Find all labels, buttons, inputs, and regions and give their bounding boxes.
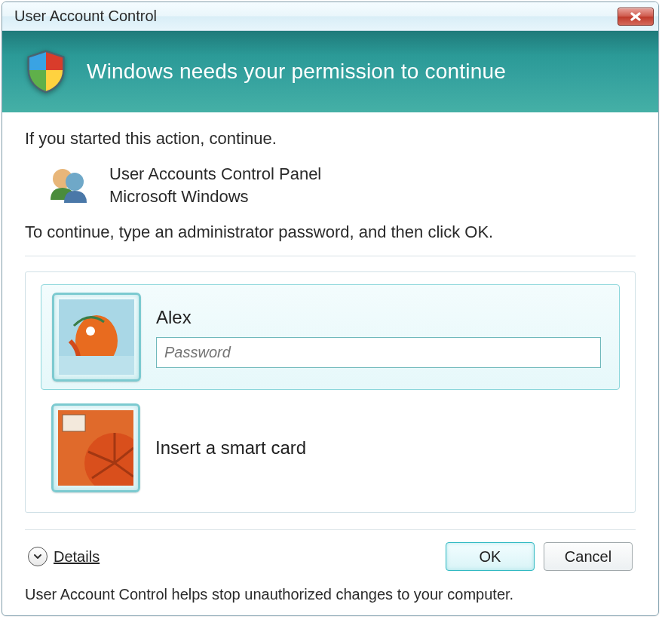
instruction-password: To continue, type an administrator passw… (25, 222, 636, 242)
footer-note: User Account Control helps stop unauthor… (25, 586, 636, 603)
svg-point-6 (86, 327, 95, 336)
svg-point-3 (66, 173, 84, 191)
chevron-down-icon (28, 547, 48, 566)
smartcard-body: Insert a smart card (155, 437, 609, 458)
program-info: User Accounts Control Panel Microsoft Wi… (109, 163, 321, 207)
window-title: User Account Control (14, 8, 157, 25)
credential-tiles: Alex Insert a smart card (25, 271, 636, 513)
titlebar: User Account Control (2, 2, 658, 31)
username-label: Alex (156, 307, 601, 328)
smartcard-label: Insert a smart card (155, 437, 602, 458)
close-icon (630, 12, 642, 21)
content-area: If you started this action, continue. Us… (2, 112, 658, 615)
ok-button[interactable]: OK (446, 542, 535, 571)
details-label: Details (54, 548, 100, 566)
divider (25, 529, 636, 530)
cancel-button[interactable]: Cancel (544, 542, 633, 571)
shield-icon (20, 46, 72, 97)
button-row: Details OK Cancel (25, 542, 636, 571)
divider (25, 256, 636, 256)
password-input[interactable] (156, 337, 601, 368)
uac-dialog: User Account Control Windows needs your … (2, 2, 659, 616)
credential-body: Alex (156, 307, 608, 368)
credential-tile-user[interactable]: Alex (41, 284, 620, 390)
program-publisher: Microsoft Windows (109, 186, 321, 208)
avatar (59, 299, 134, 375)
details-toggle[interactable]: Details (28, 547, 100, 566)
header-band: Windows needs your permission to continu… (2, 31, 658, 112)
header-heading: Windows needs your permission to continu… (87, 60, 506, 84)
user-accounts-icon (44, 162, 91, 209)
credential-tile-smartcard[interactable]: Insert a smart card (41, 396, 620, 500)
svg-rect-10 (63, 415, 85, 431)
svg-rect-7 (59, 356, 134, 375)
smartcard-icon (58, 410, 133, 486)
program-name: User Accounts Control Panel (109, 163, 321, 186)
close-button[interactable] (618, 8, 654, 26)
smartcard-frame (51, 403, 140, 492)
avatar-frame (52, 293, 141, 382)
instruction-continue: If you started this action, continue. (25, 129, 636, 149)
program-info-row: User Accounts Control Panel Microsoft Wi… (25, 162, 636, 209)
